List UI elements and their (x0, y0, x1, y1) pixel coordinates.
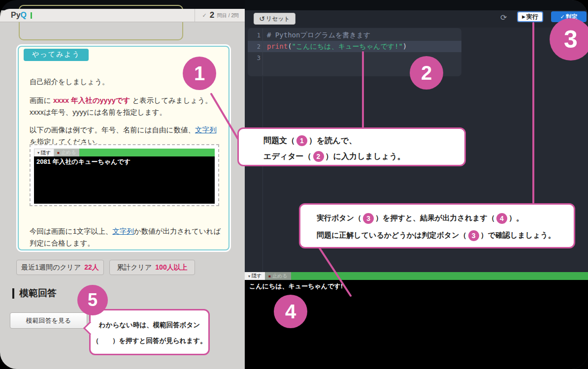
model-answer-title: 模範回答 (19, 287, 57, 300)
reset-label: リセット (266, 15, 290, 23)
editor-top-strip (245, 0, 588, 10)
callout1-text: ）を読んで、 (309, 136, 357, 146)
screenshot-frame: PyQ ✓ 2 問目 / 2問 やってみよう 自己紹介をしましょう。 画面に x… (0, 0, 588, 369)
weekly-clear-label: 最近1週間のクリア (21, 263, 81, 272)
example-output-text: 2081 年入社のキューちゃんです (36, 158, 131, 165)
progress-current: 2 (210, 10, 214, 20)
problem-pass-condition: 今回は画面に1文字以上、文字列か数値が出力されていれば判定に合格します。 (30, 225, 223, 249)
annotation-badge-3: 3 (550, 18, 588, 61)
task-note: xxxxは年号、yyyyには名前を指定します。 (30, 108, 166, 116)
annotation-badge-5: 5 (77, 285, 108, 315)
code-line-2: 2 print("こんにちは、キューちゃんです!") (248, 41, 461, 52)
annotation-badge-1: 1 (183, 57, 216, 90)
logo-text-q: Q (21, 11, 27, 19)
callout1-line2: エディター（2）に入力しましょう。 (263, 149, 464, 164)
total-clear-label: 累計クリア (117, 263, 152, 272)
logo-text-py: Py (11, 11, 21, 19)
sync-icon[interactable]: ⟳ (500, 13, 507, 22)
stop-square-icon: ■ (268, 274, 271, 278)
run-button[interactable]: ▶ 実行 (517, 11, 543, 22)
line-number-1: 1 (248, 32, 264, 39)
open-paren: ( (288, 42, 292, 50)
reset-icon: ↺ (259, 15, 265, 23)
callout2-line2: 問題に正解しているかどうかは判定ボタン（3）で確認しましょう。 (317, 227, 574, 244)
mini-badge-1: 1 (296, 135, 307, 146)
pyq-logo[interactable]: PyQ (11, 11, 27, 20)
caret-down-icon: ▾ (37, 151, 39, 155)
callout-run-judge: 実行ボタン（3）を押すと、結果が出力されます（4）。 問題に正解しているかどうか… (299, 203, 575, 248)
callout-model-answer: わからない時は、模範回答ボタン （ ）を押すと回答が見られます。 (89, 309, 210, 355)
example-stop-label: 止める (61, 149, 76, 156)
left-header: PyQ ✓ 2 問目 / 2問 (0, 9, 245, 22)
example-stop-tab: ■止める (54, 149, 79, 156)
example-hide-tab: ▾隠す (34, 149, 54, 156)
example-terminal-header: ▾隠す ■止める (34, 149, 215, 156)
code-statement: print("こんにちは、キューちゃんです!") (267, 42, 407, 51)
callout-read-problem: 問題文（1）を読んで、 エディター（2）に入力しましょう。 (237, 127, 466, 166)
progress-indicator: ✓ 2 問目 / 2問 (195, 9, 245, 22)
stop-square-icon: ■ (57, 151, 60, 155)
string-link[interactable]: 文字列 (195, 126, 217, 134)
terminal-hide-label: 隠す (252, 273, 261, 279)
terminal-stop-label: 止める (272, 273, 287, 279)
callout2-text: ）で確認しましょう。 (481, 231, 555, 240)
total-clear-value: 100人以上 (155, 263, 187, 272)
gutter-line-extension (262, 76, 263, 272)
callout1-line1: 問題文（1）を読んで、 (263, 133, 464, 149)
code-line-1: 1 # Pythonプログラムを書きます (248, 30, 461, 41)
model-answer-heading: 模範回答 (12, 287, 57, 300)
weekly-clear-value: 22人 (84, 263, 99, 272)
mini-badge-3b: 3 (468, 230, 479, 241)
callout1-text: ）に入力しましょう。 (326, 152, 405, 162)
line-number-2: 2 (248, 43, 264, 50)
check-icon: ✓ (202, 12, 206, 19)
callout1-text: 問題文（ (263, 136, 295, 146)
string-link-2[interactable]: 文字列 (112, 227, 134, 235)
pass-pre: 今回は画面に1文字以上、 (30, 227, 112, 235)
code-comment: # Pythonプログラムを書きます (267, 31, 370, 40)
caret-down-icon: ▾ (248, 274, 250, 278)
example-pre: 以下の画像は例です。年号、名前には自由に数値、 (30, 126, 195, 134)
example-terminal-image: ▾隠す ■止める 2081 年入社のキューちゃんです (30, 144, 219, 206)
run-label: 実行 (526, 13, 538, 21)
callout1-text: エディター（ (263, 152, 312, 162)
callout2-text: 問題に正解しているかどうかは判定ボタン（ (317, 231, 467, 240)
close-paren: ) (403, 42, 407, 50)
annotation-badge-4: 4 (274, 295, 307, 328)
callout2-text: 実行ボタン（ (317, 214, 361, 223)
heading-bar (12, 288, 14, 299)
task-pre: 画面に (30, 96, 53, 104)
terminal-output-text: こんにちは、キューちゃんです! (249, 282, 343, 291)
total-clear-badge: 累計クリア 100人以上 (109, 260, 195, 275)
callout2-text: ）を押すと、結果が出力されます（ (375, 214, 495, 223)
annotation-badge-2: 2 (410, 56, 443, 90)
string-literal: "こんにちは、キューちゃんです!" (292, 42, 403, 50)
mini-badge-4: 4 (496, 213, 507, 224)
example-hide-label: 隠す (41, 150, 51, 156)
mini-badge-3: 3 (363, 213, 374, 224)
example-terminal-output: 2081 年入社のキューちゃんです (34, 156, 215, 204)
weekly-clear-badge: 最近1週間のクリア 22人 (16, 260, 104, 275)
terminal-stop-tab[interactable]: ■止める (265, 272, 291, 280)
logo-caret (31, 12, 32, 19)
task-post: と表示してみましょう。 (130, 96, 212, 104)
callout5-line1: わからない時は、模範回答ボタン (91, 317, 208, 333)
try-it-tab: やってみよう (24, 49, 89, 61)
terminal-hide-tab[interactable]: ▾隠す (245, 272, 265, 280)
callout2-text: ）。 (509, 214, 523, 223)
reset-button[interactable]: ↺ リセット (254, 13, 295, 25)
example-progress-bar (79, 149, 215, 156)
callout5-line2: （ ）を押すと回答が見られます。 (91, 333, 208, 349)
play-icon: ▶ (522, 14, 525, 19)
callout2-line1: 実行ボタン（3）を押すと、結果が出力されます（4）。 (317, 210, 574, 227)
problem-task: 画面に xxxx 年入社のyyyyです と表示してみましょう。xxxxは年号、y… (30, 94, 223, 118)
mini-badge-2: 2 (313, 151, 324, 162)
show-model-answer-button[interactable]: 模範回答を見る (10, 312, 87, 329)
gutter-separator (262, 29, 263, 75)
terminal-header: ▾隠す ■止める (245, 272, 588, 280)
task-highlight: xxxx 年入社のyyyyです (53, 96, 131, 104)
print-keyword: print (267, 42, 288, 50)
line-number-3: 3 (248, 55, 264, 62)
progress-label: 問目 / 2問 (217, 12, 239, 19)
